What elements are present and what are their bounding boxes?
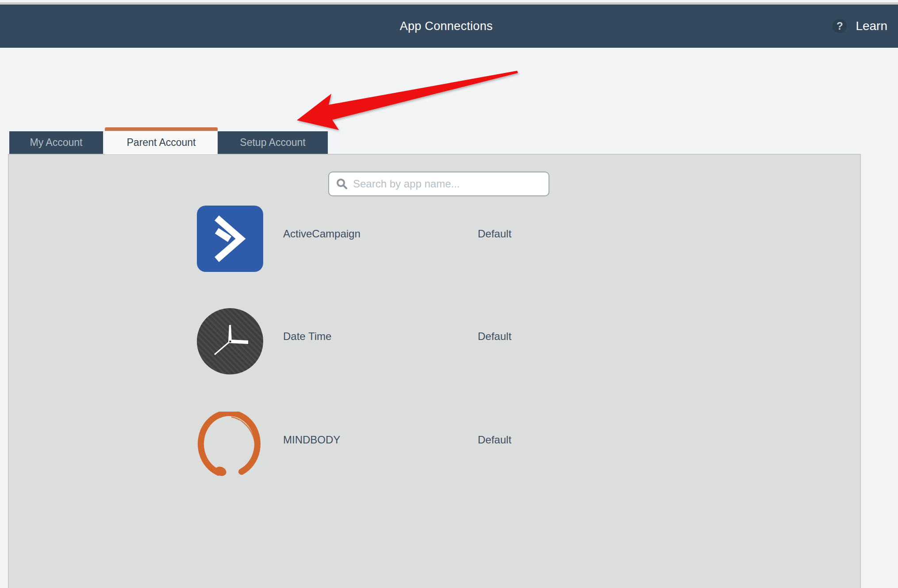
tab-my-account[interactable]: My Account <box>9 131 103 154</box>
app-list-panel: ActiveCampaign Default Date Time <box>8 154 861 588</box>
tab-label: My Account <box>30 137 83 149</box>
header-bar: App Connections ? Learn <box>0 4 898 48</box>
app-row-date-time[interactable]: Date Time Default <box>9 308 862 374</box>
help-icon[interactable]: ? <box>833 19 847 33</box>
search-icon <box>336 178 348 190</box>
tab-label: Parent Account <box>127 137 196 149</box>
app-row-activecampaign[interactable]: ActiveCampaign Default <box>9 206 862 272</box>
search-box <box>328 172 549 196</box>
app-name: MINDBODY <box>283 434 340 446</box>
header-actions: ? Learn <box>833 4 887 48</box>
mindbody-enso-icon <box>197 412 263 478</box>
app-connection-value: Default <box>478 330 511 343</box>
app-name: Date Time <box>283 330 331 343</box>
app-row-mindbody[interactable]: MINDBODY Default <box>9 412 862 478</box>
question-mark-glyph: ? <box>837 20 843 32</box>
activecampaign-icon <box>197 206 263 272</box>
app-name: ActiveCampaign <box>283 228 361 240</box>
browser-top-strip <box>0 0 898 4</box>
tab-label: Setup Account <box>240 137 305 149</box>
app-connection-value: Default <box>478 228 511 240</box>
page-title: App Connections <box>400 19 493 33</box>
tab-setup-account[interactable]: Setup Account <box>218 131 328 154</box>
app-connection-value: Default <box>478 434 511 446</box>
tab-parent-account[interactable]: Parent Account <box>105 127 218 154</box>
app-connections-page: App Connections ? Learn My Account Paren… <box>0 0 898 588</box>
search-input[interactable] <box>353 178 541 190</box>
clock-icon <box>197 308 263 374</box>
learn-link[interactable]: Learn <box>856 19 887 33</box>
